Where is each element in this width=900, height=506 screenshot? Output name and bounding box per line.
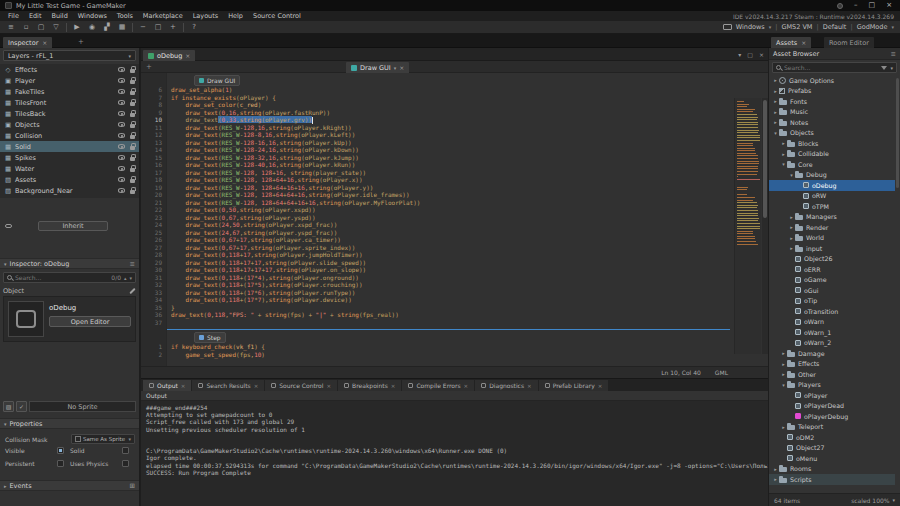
scrollbar-thumb[interactable]	[763, 100, 767, 218]
asset-otransition[interactable]: oTransition	[769, 306, 895, 317]
code-line[interactable]: 37	[141, 319, 734, 327]
asset-teleport[interactable]: ▸Teleport	[769, 422, 895, 433]
code-line[interactable]: 21 draw_text(RES_W-128, 128+64+64+16+16,…	[141, 199, 734, 207]
chevron-down-icon[interactable]: ▾	[788, 172, 795, 178]
code-line[interactable]: 2 game_set_speed(fps,10)	[141, 351, 734, 359]
code-line[interactable]: 11 draw_text(RES_W-128,16,string(oPlayer…	[141, 124, 734, 132]
visibility-eye-icon[interactable]	[118, 100, 125, 105]
chevron-right-icon[interactable]: ▸	[780, 424, 787, 430]
menu-edit[interactable]: Edit	[24, 11, 47, 21]
code-line[interactable]: 18 draw_text(RES_W-128, 128+64+16,string…	[141, 176, 734, 184]
open-icon[interactable]: ▢	[36, 22, 46, 32]
clean-icon[interactable]: ▞	[102, 22, 112, 32]
layer-row-spikes[interactable]: ▦Spikes	[0, 152, 139, 163]
chevron-right-icon[interactable]: ▸	[772, 98, 779, 104]
run-icon[interactable]: ▶	[72, 22, 82, 32]
asset-ogame[interactable]: oGame	[769, 275, 895, 286]
chevron-down-icon[interactable]: ▾	[890, 65, 893, 71]
chevron-right-icon[interactable]: ▸	[788, 224, 795, 230]
code-line[interactable]: 34 draw_text(0,118+(17*7),string(oPlayer…	[141, 296, 734, 304]
close-icon[interactable]: ×	[759, 51, 764, 58]
chevron-down-icon[interactable]: ▾	[738, 51, 741, 58]
bottom-tab-source-control[interactable]: Source Control×	[265, 380, 337, 391]
layer-row-tilesback[interactable]: ▦TilesBack	[0, 108, 139, 119]
edit-icon[interactable]	[129, 287, 135, 293]
code-line[interactable]: 25 draw_text(24,67,string(oPlayer.yspd_f…	[141, 229, 734, 237]
layers-dropdown[interactable]: Layers - rFL_1 ▾	[3, 50, 136, 61]
close-icon[interactable]: ×	[399, 64, 404, 71]
close-icon[interactable]: ×	[42, 39, 47, 46]
close-icon[interactable]: ×	[254, 383, 259, 389]
menu-icon[interactable]: ≡	[6, 22, 16, 32]
save-icon[interactable]: ▽	[51, 22, 61, 32]
scale-control[interactable]: scaled 100% ▾	[851, 497, 895, 504]
chevron-right-icon[interactable]: ▸	[788, 235, 795, 241]
lock-icon[interactable]	[130, 80, 135, 84]
chevron-down-icon[interactable]: ▾	[129, 275, 132, 281]
layer-row-player[interactable]: ▣Player	[0, 75, 139, 86]
code-line[interactable]: 6draw_set_alpha(1)	[141, 86, 734, 94]
asset-odm2[interactable]: oDM2	[769, 432, 895, 443]
asset-orw[interactable]: oRW	[769, 191, 895, 202]
lock-icon[interactable]	[130, 135, 135, 139]
debug-icon[interactable]: ◉	[87, 22, 97, 32]
minimap[interactable]	[734, 98, 761, 354]
asset-otpm[interactable]: oTPM	[769, 201, 895, 212]
code-line[interactable]: 10 draw_text(0,33,string(oPlayer.grv))	[141, 116, 734, 124]
code-line[interactable]: 31 draw_text(0,118+(17*4),string(oPlayer…	[141, 274, 734, 282]
close-icon[interactable]: ×	[801, 39, 806, 46]
lock-icon[interactable]	[130, 146, 135, 150]
asset-notes[interactable]: ▸Notes	[769, 117, 895, 128]
close-icon[interactable]: ×	[326, 383, 331, 389]
tab-room-editor[interactable]: Room Editor	[824, 37, 874, 48]
tab-odebug[interactable]: oDebug ×	[143, 50, 195, 61]
maximize-icon[interactable]: □	[869, 1, 876, 10]
chevron-right-icon[interactable]: ▸	[780, 140, 787, 146]
visibility-eye-icon[interactable]	[118, 111, 125, 116]
asset-managers[interactable]: ▸Managers	[769, 212, 895, 223]
asset-debug[interactable]: ▾Debug	[769, 170, 895, 181]
asset-input[interactable]: ▸input	[769, 243, 895, 254]
asset-objects[interactable]: ▾Objects	[769, 128, 895, 139]
close-icon[interactable]: ×	[886, 1, 892, 10]
lock-icon[interactable]	[130, 179, 135, 183]
chevron-down-icon[interactable]: ▾	[780, 161, 787, 167]
asset-other[interactable]: ▸Other	[769, 369, 895, 380]
tree-scrollbar[interactable]	[896, 78, 899, 188]
close-icon[interactable]: ×	[598, 383, 603, 389]
asset-players[interactable]: ▾Players	[769, 380, 895, 391]
asset-owarn[interactable]: oWarn	[769, 317, 895, 328]
code-line[interactable]: 33 draw_text(0,118+(17*6),string(oPlayer…	[141, 289, 734, 297]
bottom-tab-compile-errors[interactable]: Compile Errors×	[402, 380, 474, 391]
asset-prefabs[interactable]: ▸Prefabs	[769, 86, 895, 97]
inspector-header[interactable]: ▾ Inspector: oDebug ≡	[0, 258, 139, 269]
object-sprite-thumbnail[interactable]	[8, 301, 44, 337]
target-godmode[interactable]: GodMode	[857, 23, 888, 31]
lock-icon[interactable]	[130, 157, 135, 161]
menu-build[interactable]: Build	[46, 11, 72, 21]
code-line[interactable]: 16 draw_text(RES_W-128-40,16,string(oPla…	[141, 161, 734, 169]
tab-assets[interactable]: Assets ×	[771, 37, 811, 48]
sprite-image-icon[interactable]: ▨	[3, 401, 14, 412]
chevron-right-icon[interactable]: ▸	[772, 476, 779, 482]
add-tab-icon[interactable]: +	[78, 38, 84, 46]
chevron-right-icon[interactable]: ▸	[772, 88, 779, 94]
close-icon[interactable]: ×	[464, 383, 469, 389]
asset-effects[interactable]: ▸Effects	[769, 359, 895, 370]
layer-row-faketiles[interactable]: ▦FakeTiles	[0, 86, 139, 97]
close-icon[interactable]: ×	[527, 383, 532, 389]
layer-row-objects[interactable]: ▣Objects	[0, 119, 139, 130]
lock-icon[interactable]	[130, 168, 135, 172]
asset-oplayer[interactable]: oPlayer	[769, 390, 895, 401]
layer-row-assets[interactable]: ▧Assets	[0, 174, 139, 185]
lock-icon[interactable]	[130, 190, 135, 194]
chevron-right-icon[interactable]: ▸	[780, 371, 787, 377]
asset-search[interactable]: Search... ▾	[772, 62, 897, 73]
menu-windows[interactable]: Windows	[73, 11, 112, 21]
visibility-eye-icon[interactable]	[118, 177, 125, 182]
chevron-down-icon[interactable]: ▾	[780, 382, 787, 388]
code-line[interactable]: 20 draw_text(RES_W-128, 128+64+64+16,str…	[141, 191, 734, 199]
asset-game-options[interactable]: ▸Game Options	[769, 75, 895, 86]
visibility-eye-icon[interactable]	[118, 67, 125, 72]
visibility-eye-icon[interactable]	[118, 188, 125, 193]
